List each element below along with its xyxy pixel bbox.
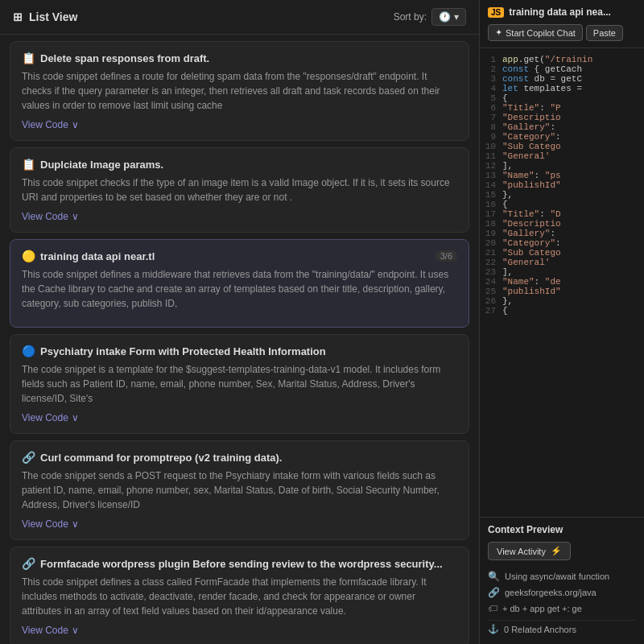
context-preview-title: Context Preview xyxy=(488,524,636,535)
right-file-title: JS training data api nea... xyxy=(488,6,636,18)
right-panel: JS training data api nea... ✦ Start Copi… xyxy=(479,0,644,644)
context-item-1: 🔍 Using async/await function xyxy=(488,568,636,584)
list-view-icon: ⊞ xyxy=(13,10,23,23)
card-6-view-code[interactable]: View Code ∨ xyxy=(22,625,79,636)
code-line-14: 14 "publishId" xyxy=(480,180,644,190)
activity-lightning-icon: ⚡ xyxy=(551,546,562,556)
snippet-card-3[interactable]: 🟡 training data api near.tl 3/6 This cod… xyxy=(10,239,469,328)
card-5-title: 🔗 Curl command for promptrepo (v2 traini… xyxy=(22,451,282,464)
snippet-card-2[interactable]: 📋 Duplciate Image params. This code snip… xyxy=(10,147,469,233)
code-line-8: 8 "Gallery": xyxy=(480,122,644,132)
code-line-1: 1app.get("/trainin xyxy=(480,55,644,64)
start-copilot-chat-button[interactable]: ✦ Start Copilot Chat xyxy=(488,24,583,41)
right-title-text: training data api nea... xyxy=(509,6,611,18)
line-code-18: "Descriptio xyxy=(502,219,561,229)
line-num-1: 1 xyxy=(480,55,502,64)
card-1-title: 📋 Delete span responses from draft. xyxy=(22,52,209,64)
line-num-21: 21 xyxy=(480,248,502,258)
line-code-10: "Sub Catego xyxy=(502,142,561,151)
view-activity-button[interactable]: View Activity ⚡ xyxy=(488,542,571,560)
line-code-1: app.get("/trainin xyxy=(502,55,592,64)
anchor-icon: ⚓ xyxy=(488,624,499,634)
card-2-title-row: 📋 Duplciate Image params. xyxy=(22,158,457,171)
snippet-card-4[interactable]: 🔵 Psychiatry intake Form with Protected … xyxy=(10,334,469,434)
code-line-22: 22 "General' xyxy=(480,258,644,267)
search-context-icon: 🔍 xyxy=(488,571,500,582)
context-item-2-text: geeksforgeeks.org/java xyxy=(505,588,597,597)
line-code-6: "Title": "P xyxy=(502,103,561,113)
code-line-6: 6 "Title": "P xyxy=(480,103,644,113)
list-view-title: ⊞ List View xyxy=(13,10,77,23)
line-num-2: 2 xyxy=(480,64,502,74)
sort-dropdown[interactable]: 🕐 ▾ xyxy=(431,8,466,26)
code-line-9: 9 "Category": xyxy=(480,132,644,142)
line-code-3: const db = getC xyxy=(502,74,582,84)
card-1-view-code[interactable]: View Code ∨ xyxy=(22,119,79,130)
line-num-3: 3 xyxy=(480,74,502,84)
line-code-26: }, xyxy=(502,296,513,306)
line-code-12: ], xyxy=(502,161,513,171)
card-5-view-code[interactable]: View Code ∨ xyxy=(22,518,79,530)
line-num-9: 9 xyxy=(480,132,502,142)
code-line-18: 18 "Descriptio xyxy=(480,219,644,229)
paste-button[interactable]: Paste xyxy=(586,25,623,41)
line-num-27: 27 xyxy=(480,306,502,316)
card-2-icon: 📋 xyxy=(22,158,35,171)
snippet-card-5[interactable]: 🔗 Curl command for promptrepo (v2 traini… xyxy=(10,440,469,540)
context-item-3: 🏷 + db + app get +: ge xyxy=(488,601,636,617)
card-4-icon: 🔵 xyxy=(22,345,35,357)
card-2-chevron-icon: ∨ xyxy=(72,211,79,222)
card-6-view-code-label: View Code xyxy=(22,625,68,636)
copilot-btn-label: Start Copilot Chat xyxy=(506,28,576,38)
js-badge: JS xyxy=(488,7,504,18)
card-3-title-row: 🟡 training data api near.tl 3/6 xyxy=(22,250,457,262)
link-context-icon: 🔗 xyxy=(488,587,500,598)
code-line-10: 10 "Sub Catego xyxy=(480,142,644,151)
context-item-1-text: Using async/await function xyxy=(505,572,609,581)
line-code-16: { xyxy=(502,200,508,209)
line-code-15: }, xyxy=(502,190,513,200)
card-5-desc: The code snippet sends a POST request to… xyxy=(22,469,457,512)
code-line-3: 3 const db = getC xyxy=(480,74,644,84)
card-2-view-code[interactable]: View Code ∨ xyxy=(22,211,79,222)
line-code-23: ], xyxy=(502,267,513,277)
line-code-17: "Title": "D xyxy=(502,209,561,219)
line-num-15: 15 xyxy=(480,190,502,200)
card-4-title: 🔵 Psychiatry intake Form with Protected … xyxy=(22,345,326,357)
line-code-13: "Name": "ps xyxy=(502,171,561,180)
context-item-2: 🔗 geeksforgeeks.org/java xyxy=(488,584,636,601)
card-1-chevron-icon: ∨ xyxy=(72,119,79,130)
sort-by-label: Sort by: xyxy=(394,11,427,23)
line-num-24: 24 xyxy=(480,277,502,287)
line-num-18: 18 xyxy=(480,219,502,229)
snippet-list: 📋 Delete span responses from draft. This… xyxy=(0,35,479,644)
card-1-title-row: 📋 Delete span responses from draft. xyxy=(22,52,457,64)
code-line-5: 5 { xyxy=(480,93,644,103)
card-1-desc: This code snippet defines a route for de… xyxy=(22,69,457,113)
card-4-view-code[interactable]: View Code ∨ xyxy=(22,412,79,423)
card-5-chevron-icon: ∨ xyxy=(72,518,79,530)
card-3-badge: 3/6 xyxy=(436,250,457,262)
code-line-11: 11 "General' xyxy=(480,151,644,161)
paste-label: Paste xyxy=(593,28,616,38)
line-num-4: 4 xyxy=(480,84,502,93)
code-line-19: 19 "Gallery": xyxy=(480,229,644,238)
list-view-label: List View xyxy=(29,10,77,23)
sort-arrow-icon: ▾ xyxy=(454,11,459,23)
snippet-card-1[interactable]: 📋 Delete span responses from draft. This… xyxy=(10,41,469,141)
card-6-icon: 🔗 xyxy=(22,557,35,570)
card-5-title-text: Curl command for promptrepo (v2 training… xyxy=(40,452,282,464)
card-5-title-row: 🔗 Curl command for promptrepo (v2 traini… xyxy=(22,451,457,464)
line-num-25: 25 xyxy=(480,287,502,296)
code-line-4: 4 let templates = xyxy=(480,84,644,93)
card-5-view-code-label: View Code xyxy=(22,518,68,530)
line-num-17: 17 xyxy=(480,209,502,219)
card-4-view-code-label: View Code xyxy=(22,412,68,423)
card-3-title: 🟡 training data api near.tl xyxy=(22,250,155,262)
card-1-icon: 📋 xyxy=(22,52,35,64)
snippet-card-6[interactable]: 🔗 Formfacade wordpress plugin Before sen… xyxy=(10,547,469,644)
card-3-icon: 🟡 xyxy=(22,250,35,262)
line-num-20: 20 xyxy=(480,238,502,248)
left-header: ⊞ List View Sort by: 🕐 ▾ xyxy=(0,0,479,35)
line-num-8: 8 xyxy=(480,122,502,132)
